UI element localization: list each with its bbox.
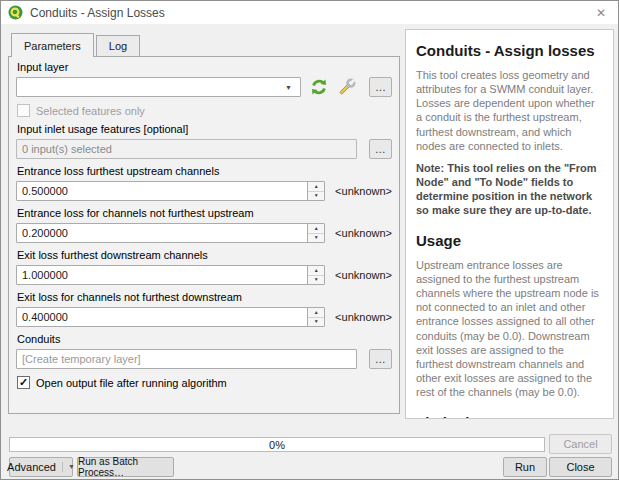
advanced-label: Advanced [7, 461, 56, 473]
selected-features-checkbox[interactable] [17, 104, 30, 117]
spin-value: 0.200000 [22, 227, 68, 239]
inlet-usage-label: Input inlet usage features [optional] [17, 123, 391, 136]
spinner-buttons[interactable]: ▲▼ [307, 308, 324, 326]
help-usage-text: Upstream entrance losses are assigned to… [416, 258, 603, 399]
help-description: This tool creates loss geometry and attr… [416, 68, 603, 152]
spin-value: 0.500000 [22, 185, 68, 197]
iterate-icon[interactable] [309, 77, 329, 97]
unknown-tag: <unknown> [335, 185, 392, 197]
spin-value: 1.000000 [22, 269, 68, 281]
chevron-down-icon: ▼ [285, 84, 295, 91]
run-as-batch-button[interactable]: Run as Batch Process… [77, 457, 174, 477]
entrance-loss-upstream-spinbox[interactable]: 0.500000 ▲▼ [16, 181, 325, 201]
spin-field-label: Entrance loss for channels not furthest … [17, 207, 391, 220]
spin-field-label: Entrance loss furthest upstream channels [17, 165, 391, 178]
spinner-buttons[interactable]: ▲▼ [307, 224, 324, 242]
selected-features-label: Selected features only [36, 105, 145, 117]
open-output-label: Open output file after running algorithm [36, 377, 227, 389]
exit-loss-other-spinbox[interactable]: 0.400000 ▲▼ [16, 307, 325, 327]
close-button[interactable]: Close [549, 457, 612, 477]
help-note: Note: This tool relies on the "From Node… [416, 161, 603, 217]
spin-down-icon[interactable]: ▼ [308, 234, 324, 243]
cancel-button[interactable]: Cancel [549, 434, 612, 454]
spin-down-icon[interactable]: ▼ [308, 276, 324, 285]
help-title: Conduits - Assign losses [416, 41, 603, 60]
advanced-button[interactable]: Advanced ▼ [9, 457, 73, 477]
conduits-browse-button[interactable]: … [369, 349, 392, 369]
help-usage-title: Usage [416, 231, 603, 250]
entrance-loss-other-spinbox[interactable]: 0.200000 ▲▼ [16, 223, 325, 243]
close-icon[interactable]: ✕ [584, 1, 618, 24]
inlet-usage-browse-button[interactable]: … [369, 139, 392, 159]
selected-features-row: Selected features only [17, 104, 391, 117]
spin-up-icon[interactable]: ▲ [308, 308, 324, 318]
spin-field-label: Exit loss furthest downstream channels [17, 249, 391, 262]
exit-loss-downstream-spinbox[interactable]: 1.000000 ▲▼ [16, 265, 325, 285]
open-output-checkbox[interactable]: ✓ [17, 376, 30, 389]
unknown-tag: <unknown> [335, 227, 392, 239]
spin-down-icon[interactable]: ▼ [308, 318, 324, 327]
spinner-buttons[interactable]: ▲▼ [307, 266, 324, 284]
input-layer-select[interactable]: ▼ [16, 77, 301, 97]
open-output-row: ✓ Open output file after running algorit… [17, 376, 391, 389]
window-title: Conduits - Assign Losses [30, 6, 165, 20]
spinner-buttons[interactable]: ▲▼ [307, 182, 324, 200]
input-layer-browse-button[interactable]: … [369, 77, 392, 97]
tab-log[interactable]: Log [96, 35, 140, 56]
unknown-tag: <unknown> [335, 311, 392, 323]
help-panel: Conduits - Assign losses This tool creat… [405, 29, 614, 419]
spin-up-icon[interactable]: ▲ [308, 182, 324, 192]
input-layer-label: Input layer [17, 61, 391, 74]
dialog-window: Conduits - Assign Losses ✕ Parameters Lo… [0, 0, 619, 480]
spin-up-icon[interactable]: ▲ [308, 266, 324, 276]
qgis-logo-icon [8, 5, 23, 20]
unknown-tag: <unknown> [335, 269, 392, 281]
tab-parameters[interactable]: Parameters [11, 33, 94, 57]
run-button[interactable]: Run [503, 457, 547, 477]
spin-down-icon[interactable]: ▼ [308, 192, 324, 201]
help-limitations-title: Limitations [416, 413, 603, 419]
spin-value: 0.400000 [22, 311, 68, 323]
parameters-pane: Input layer ▼ [8, 56, 400, 414]
chevron-down-icon: ▼ [62, 462, 75, 472]
inlet-usage-field[interactable]: 0 input(s) selected [16, 139, 357, 159]
spin-field-label: Exit loss for channels not furthest down… [17, 291, 391, 304]
conduits-label: Conduits [17, 333, 391, 346]
progress-bar: 0% [9, 437, 545, 452]
titlebar: Conduits - Assign Losses ✕ [1, 1, 618, 24]
conduits-output-field[interactable]: [Create temporary layer] [16, 349, 357, 369]
tab-bar: Parameters Log [11, 33, 142, 56]
spin-up-icon[interactable]: ▲ [308, 224, 324, 234]
wrench-icon[interactable] [337, 77, 357, 97]
